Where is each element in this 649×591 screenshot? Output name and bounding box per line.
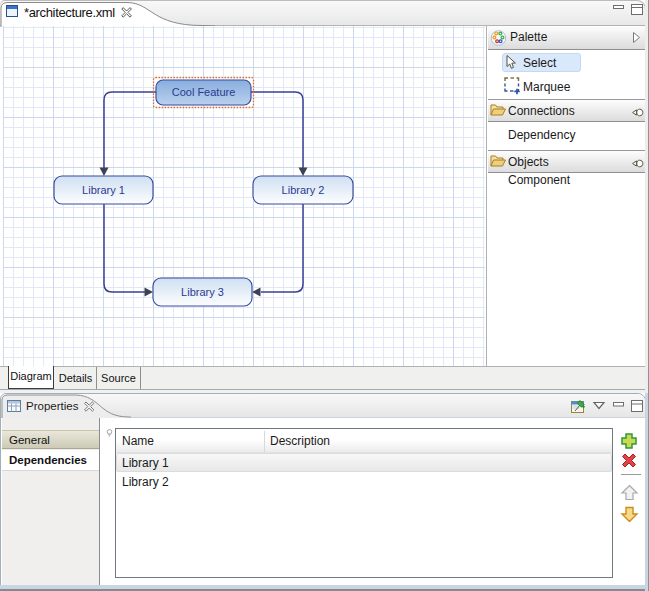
svg-text:Library 3: Library 3 <box>181 286 224 298</box>
svg-text:Library 2: Library 2 <box>282 184 325 196</box>
svg-text:Library 1: Library 1 <box>82 184 125 196</box>
svg-text:Cool Feature: Cool Feature <box>172 86 236 98</box>
